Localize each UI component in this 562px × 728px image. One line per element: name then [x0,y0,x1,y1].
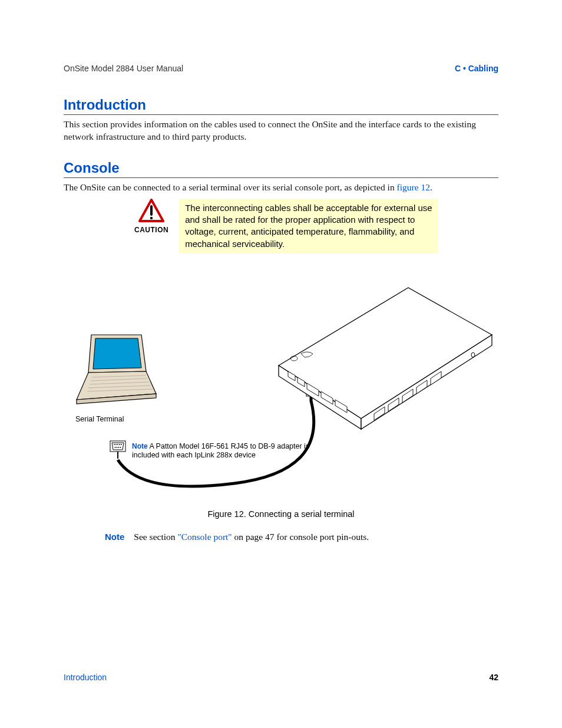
page-footer: Introduction 42 [64,673,498,682]
console-body-post: . [430,182,432,192]
svg-point-2 [150,217,153,219]
heading-introduction: Introduction [64,97,498,115]
note-post: on page 47 for console port pin-outs. [232,532,369,542]
svg-marker-26 [279,288,492,419]
figure-12-link[interactable]: figure 12 [397,182,430,192]
caution-text: The interconnecting cables shall be acce… [179,199,438,253]
document-page: OnSite Model 2884 User Manual C • Cablin… [0,0,562,728]
device-illustration [273,283,497,430]
console-body: The OnSite can be connected to a serial … [64,182,498,194]
note-body: See section "Console port" on page 47 fo… [134,532,369,542]
console-body-pre: The OnSite can be connected to a serial … [64,182,397,192]
page-header: OnSite Model 2884 User Manual C • Cablin… [64,64,498,73]
caution-label: CAUTION [134,226,168,234]
header-manual-title: OnSite Model 2884 User Manual [64,64,183,73]
figure-caption: Figure 12. Connecting a serial terminal [64,509,498,519]
svg-point-19 [115,447,116,448]
note-pre: See section [134,532,177,542]
caution-icon-container: CAUTION [134,199,168,234]
footer-page-number: 42 [489,673,498,682]
heading-console: Console [64,160,498,178]
caution-block: CAUTION The interconnecting cables shall… [134,199,498,253]
note-block: Note See section "Console port" on page … [105,532,498,542]
header-section-label: C • Cabling [455,64,498,73]
introduction-body: This section provides information on the… [64,118,498,143]
caution-triangle-icon [138,199,164,222]
footer-section-name: Introduction [64,673,107,682]
figure-12: Serial Terminal Note A Patton Model 16F-… [64,271,498,507]
console-port-link[interactable]: "Console port" [177,532,232,542]
note-label: Note [105,532,124,542]
svg-marker-4 [93,338,141,369]
svg-point-14 [114,444,115,445]
